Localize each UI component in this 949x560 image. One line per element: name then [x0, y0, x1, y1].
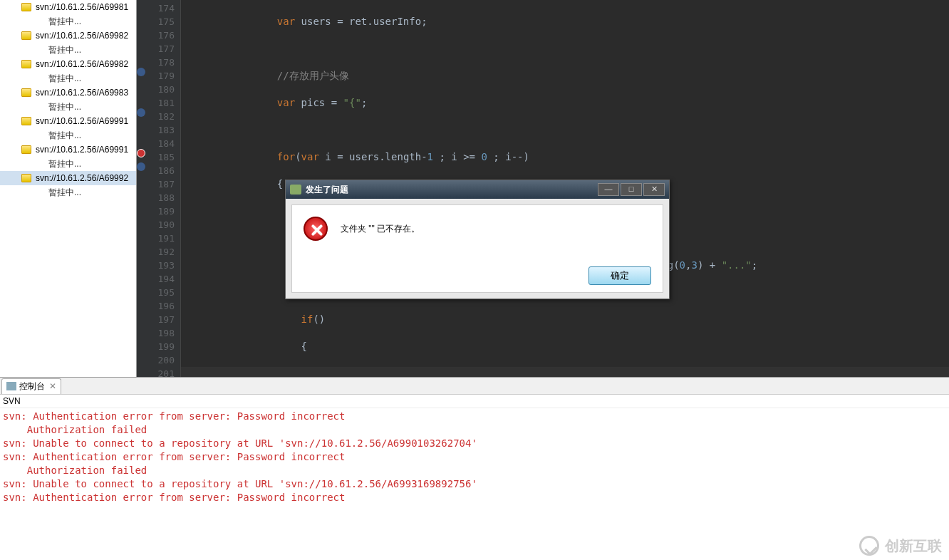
folder-icon	[21, 88, 31, 97]
folder-icon	[21, 60, 31, 68]
svn-item-label: svn://10.61.2.56/A69982	[36, 59, 128, 69]
console-tab[interactable]: 控制台 ✕	[1, 378, 61, 394]
svn-item-1[interactable]: svn://10.61.2.56/A69982	[0, 28, 136, 43]
svn-item-4[interactable]: svn://10.61.2.56/A69991	[0, 114, 136, 128]
watermark: 创新互联	[859, 536, 942, 556]
console-output[interactable]: svn: Authentication error from server: P…	[0, 408, 949, 560]
svn-item-2[interactable]: svn://10.61.2.56/A69982	[0, 57, 136, 71]
folder-icon	[21, 145, 31, 154]
svn-item-status: 暂挂中...	[0, 185, 136, 199]
close-icon[interactable]: ✕	[49, 381, 56, 391]
breakpoint-icon[interactable]	[137, 68, 145, 76]
console-icon	[6, 382, 16, 390]
console-tab-label: 控制台	[19, 380, 45, 393]
folder-icon	[21, 174, 31, 182]
console-panel: 控制台 ✕ SVN svn: Authentication error from…	[0, 378, 949, 560]
folder-icon	[21, 117, 31, 125]
close-button[interactable]: ✕	[643, 183, 665, 196]
gutter-marks	[137, 0, 147, 377]
dialog-titlebar[interactable]: 发生了问题 — □ ✕	[286, 180, 669, 199]
console-header: SVN	[0, 395, 949, 408]
svn-item-label: svn://10.61.2.56/A69991	[36, 145, 128, 155]
sidebar-svn-list: svn://10.61.2.56/A69981 暂挂中... svn://10.…	[0, 0, 137, 377]
minimize-button[interactable]: —	[598, 183, 619, 196]
svn-item-status: 暂挂中...	[0, 157, 136, 171]
dialog-title: 发生了问题	[306, 184, 596, 196]
console-tab-bar: 控制台 ✕	[0, 378, 949, 395]
svn-item-5[interactable]: svn://10.61.2.56/A69991	[0, 142, 136, 157]
svn-item-status: 暂挂中...	[0, 100, 136, 114]
error-dialog: 发生了问题 — □ ✕ 文件夹 "" 已不存在。 确定	[285, 180, 670, 299]
app-icon	[290, 185, 301, 195]
svn-item-0[interactable]: svn://10.61.2.56/A69981	[0, 0, 136, 14]
svn-item-3[interactable]: svn://10.61.2.56/A69983	[0, 85, 136, 100]
svn-item-label: svn://10.61.2.56/A69991	[36, 116, 128, 126]
svn-item-label: svn://10.61.2.56/A69983	[36, 88, 128, 98]
svn-item-label: svn://10.61.2.56/A69992	[36, 173, 128, 183]
error-icon[interactable]	[137, 149, 145, 157]
maximize-button[interactable]: □	[621, 183, 642, 196]
breakpoint-icon[interactable]	[137, 162, 145, 171]
folder-icon	[21, 31, 31, 40]
svn-item-label: svn://10.61.2.56/A69981	[36, 2, 128, 12]
dialog-message: 文件夹 "" 已不存在。	[341, 223, 420, 235]
watermark-icon	[859, 536, 879, 556]
svn-item-status: 暂挂中...	[0, 128, 136, 142]
breakpoint-icon[interactable]	[137, 108, 145, 117]
svn-item-label: svn://10.61.2.56/A69982	[36, 31, 128, 41]
dialog-body: 文件夹 "" 已不存在。 确定	[291, 204, 663, 293]
folder-icon	[21, 3, 31, 11]
svn-item-status: 暂挂中...	[0, 14, 136, 28]
svn-item-status: 暂挂中...	[0, 43, 136, 57]
ok-button[interactable]: 确定	[588, 266, 651, 285]
svn-item-status: 暂挂中...	[0, 71, 136, 85]
watermark-text: 创新互联	[885, 536, 942, 556]
error-icon	[304, 217, 328, 241]
line-gutter: 1741751761771781791801811821831841851861…	[147, 0, 181, 377]
svn-item-6[interactable]: svn://10.61.2.56/A69992	[0, 171, 136, 185]
